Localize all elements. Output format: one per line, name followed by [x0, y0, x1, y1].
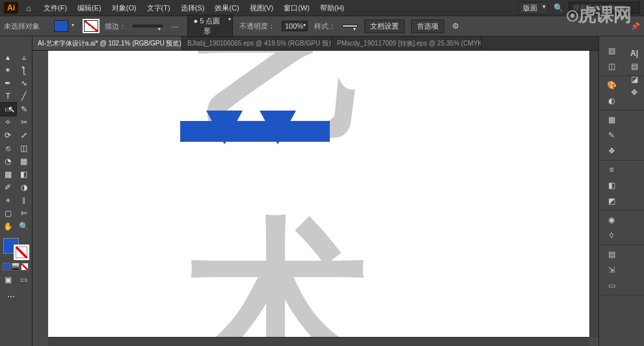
paintbrush-tool-icon[interactable]: ✎ [16, 103, 33, 116]
brush-profile[interactable]: ● 5 点圆形 [187, 15, 233, 37]
menu-select[interactable]: 选择(S) [176, 1, 209, 15]
menu-view[interactable]: 视图(V) [245, 1, 278, 15]
none-mode-icon[interactable] [21, 263, 29, 271]
document-tab-bar: AI-艺术字体设计a.ai* @ 102.1% (RGB/GPU 预览) × B… [0, 36, 644, 51]
pathfinder-panel-icon[interactable]: ◪ [627, 73, 641, 86]
workspace-switcher[interactable]: 版面 [518, 2, 548, 14]
menu-window[interactable]: 窗口(W) [279, 1, 314, 15]
layers-panel-icon[interactable]: ▤ [604, 248, 619, 261]
slice-tool-icon[interactable]: ✄ [16, 207, 33, 220]
appearance-panel-icon[interactable]: ◉ [604, 213, 619, 226]
document-tab[interactable]: BJtabj_190106065.eps @ 419.5% (RGB/GPU 预… [182, 36, 332, 50]
gradient-panel-icon[interactable]: ◧ [604, 179, 619, 192]
variable-width-icon[interactable]: — [169, 22, 181, 30]
toolbox-stroke-swatch[interactable] [14, 245, 29, 260]
pin-icon[interactable] [631, 22, 640, 31]
style-label: 样式： [314, 21, 336, 31]
transform-panel-icon[interactable]: ✥ [627, 86, 641, 99]
artboard-tool-icon[interactable]: ▢ [0, 207, 16, 220]
menu-bar: Ai ⌂ 文件(F) 编辑(E) 对象(O) 文字(T) 选择(S) 效果(C)… [0, 0, 644, 16]
gradient-mode-icon[interactable] [12, 263, 20, 271]
selection-status: 未选择对象 [4, 21, 40, 31]
stroke-swatch[interactable] [84, 20, 98, 32]
direct-selection-tool-icon[interactable]: ▵ [16, 51, 33, 64]
pen-tool-icon[interactable]: ✒ [0, 77, 16, 90]
edit-toolbar-icon[interactable]: ⋯ [3, 290, 19, 303]
scale-tool-icon[interactable]: ⤢ [16, 129, 33, 142]
graphic-style[interactable] [342, 25, 358, 27]
menu-file[interactable]: 文件(F) [39, 1, 72, 15]
transparency-panel-icon[interactable]: ◩ [604, 194, 619, 207]
align-panel-icon[interactable]: ▤ [627, 60, 641, 73]
graphic-styles-panel-icon[interactable]: ◊ [604, 229, 619, 242]
rectangle-tool-icon[interactable]: ▭ [0, 103, 16, 116]
artboard[interactable]: 艺术 [48, 51, 598, 337]
document-tab-label: BJtabj_190106065.eps @ 419.5% (RGB/GPU 预… [187, 39, 332, 48]
color-guide-panel-icon[interactable]: ◐ [604, 94, 619, 107]
toolbox: ▴▵ ✴ƪ ✒∿ T╱ ▭✎ ✧✂ ⟳⤢ ⎋◫ ◔▦ ▩◧ ✐◑ ⌖⫿ ▢✄ ✋… [0, 36, 33, 346]
document-tab-label: AI-艺术字体设计a.ai* @ 102.1% (RGB/GPU 预览) [38, 39, 181, 48]
menu-edit[interactable]: 编辑(E) [73, 1, 106, 15]
shaper-tool-icon[interactable]: ✧ [0, 116, 16, 129]
symbol-sprayer-tool-icon[interactable]: ⌖ [0, 194, 16, 207]
gradient-tool-icon[interactable]: ◧ [16, 168, 33, 181]
menu-type[interactable]: 文字(T) [142, 1, 175, 15]
asset-export-panel-icon[interactable]: ⇲ [604, 263, 619, 276]
document-setup-button[interactable]: 文档设置 [364, 20, 405, 33]
preferences-button[interactable]: 首选项 [411, 20, 444, 33]
properties-panel-icon[interactable]: ▤ [604, 44, 619, 57]
eraser-tool-icon[interactable]: ✂ [16, 116, 33, 129]
stroke-weight-input[interactable] [133, 25, 163, 27]
menu-effect[interactable]: 效果(C) [210, 1, 243, 15]
selection-tool-icon[interactable]: ▴ [0, 51, 16, 64]
magic-wand-tool-icon[interactable]: ✴ [0, 64, 16, 77]
document-tab[interactable]: PMscdy_190117009 [转换].eps @ 25.35% (CMYK… [332, 36, 481, 50]
stroke-label: 描边： [105, 21, 126, 31]
lasso-tool-icon[interactable]: ƪ [16, 64, 33, 77]
screen-mode-icon[interactable]: ▣ [0, 273, 16, 286]
perspective-tool-icon[interactable]: ▦ [16, 155, 33, 168]
curvature-tool-icon[interactable]: ∿ [16, 77, 33, 90]
libraries-panel-icon[interactable]: ◫ [604, 60, 619, 73]
app-logo: Ai [4, 2, 18, 14]
stroke-panel-icon[interactable]: ≡ [604, 163, 619, 176]
artwork-base-text: 艺术 [186, 51, 461, 337]
shape-builder-tool-icon[interactable]: ◔ [0, 155, 16, 168]
line-tool-icon[interactable]: ╱ [16, 90, 33, 103]
hand-tool-icon[interactable]: ✋ [0, 220, 16, 233]
symbols-panel-icon[interactable]: ❖ [604, 144, 619, 157]
search-stock-input[interactable]: 搜索 Adobe Stock [569, 2, 640, 14]
gear-icon[interactable] [452, 21, 459, 31]
horizontal-scrollbar[interactable] [48, 337, 589, 346]
column-graph-tool-icon[interactable]: ⫿ [16, 194, 33, 207]
panel-dock: ▤ ◫ 🎨 ◐ ▦ ✎ ❖ ≡ ◧ ◩ ◉ ◊ ▤ ⇲ ▭ A| ▤ ◪ ✥ [598, 36, 644, 346]
fill-stroke-indicator[interactable] [2, 237, 31, 261]
artboards-panel-icon[interactable]: ▭ [604, 279, 619, 292]
workspace: 艺术 [33, 51, 598, 346]
color-panel-icon[interactable]: 🎨 [604, 79, 619, 92]
change-screen-icon[interactable]: ▭ [16, 273, 33, 286]
type-tool-icon[interactable]: T [0, 90, 16, 103]
free-transform-tool-icon[interactable]: ◫ [16, 142, 33, 155]
eyedropper-tool-icon[interactable]: ✐ [0, 181, 16, 194]
character-panel-icon[interactable]: A| [627, 47, 641, 60]
fill-swatch[interactable] [54, 20, 68, 32]
document-tab-label: PMscdy_190117009 [转换].eps @ 25.35% (CMYK… [337, 39, 481, 48]
menu-help[interactable]: 帮助(H) [315, 1, 349, 15]
opacity-label: 不透明度： [239, 21, 275, 31]
home-icon[interactable]: ⌂ [22, 2, 35, 14]
swatches-panel-icon[interactable]: ▦ [604, 113, 619, 126]
blend-tool-icon[interactable]: ◑ [16, 181, 33, 194]
search-icon[interactable]: 🔍 [554, 3, 563, 12]
mesh-tool-icon[interactable]: ▩ [0, 168, 16, 181]
color-mode-icon[interactable] [3, 263, 10, 271]
menu-object[interactable]: 对象(O) [107, 1, 141, 15]
artwork-blue-triangle [206, 111, 243, 144]
width-tool-icon[interactable]: ⎋ [0, 142, 16, 155]
brushes-panel-icon[interactable]: ✎ [604, 129, 619, 142]
vertical-scrollbar[interactable] [589, 51, 598, 337]
opacity-input[interactable]: 100% [282, 21, 308, 31]
rotate-tool-icon[interactable]: ⟳ [0, 129, 16, 142]
document-tab[interactable]: AI-艺术字体设计a.ai* @ 102.1% (RGB/GPU 预览) × [33, 36, 182, 50]
zoom-tool-icon[interactable]: 🔍 [16, 220, 33, 233]
